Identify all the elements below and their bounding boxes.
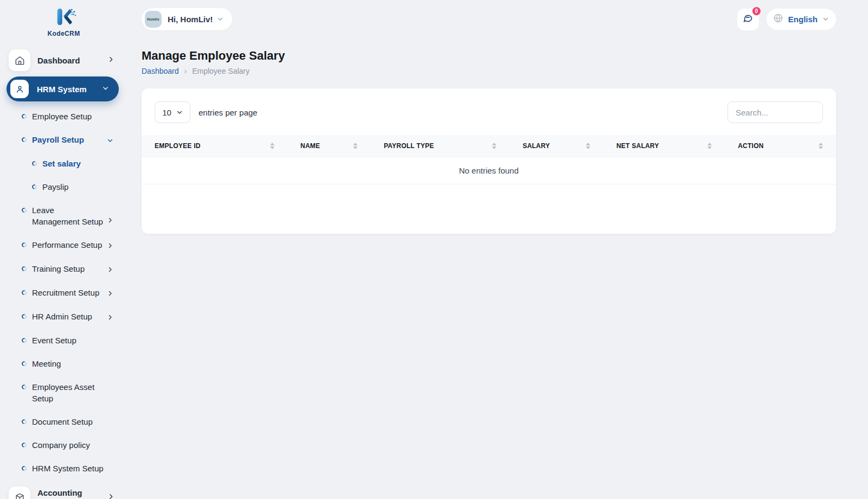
sidebar-item-document-setup[interactable]: Document Setup bbox=[0, 410, 127, 433]
sidebar-item-payroll-setup[interactable]: Payroll Setup bbox=[0, 128, 127, 152]
dot-circle-icon bbox=[21, 136, 27, 143]
breadcrumb: Dashboard › Employee Salary bbox=[142, 67, 836, 75]
avatar: Homliv bbox=[145, 11, 162, 28]
dot-circle-icon bbox=[21, 113, 27, 119]
sidebar-item-event-setup[interactable]: Event Setup bbox=[0, 329, 127, 352]
dot-circle-icon bbox=[21, 418, 27, 425]
sidebar-item-accounting-system[interactable]: Accounting System bbox=[9, 487, 119, 499]
sidebar-item-hrm-system-setup[interactable]: HRM System Setup bbox=[0, 457, 127, 480]
dot-circle-icon bbox=[21, 383, 27, 390]
sidebar-item-label: Leave Management Setup bbox=[32, 204, 104, 227]
breadcrumb-separator: › bbox=[184, 67, 187, 75]
sort-icon[interactable] bbox=[270, 143, 275, 149]
sidebar-item-label: Document Setup bbox=[32, 416, 113, 427]
sidebar-item-label: Payslip bbox=[42, 181, 113, 193]
sidebar-item-employees-asset-setup[interactable]: Employees Asset Setup bbox=[0, 375, 127, 410]
notifications-button[interactable]: 0 bbox=[737, 9, 759, 30]
column-header-payroll-type[interactable]: PAYROLL TYPE bbox=[371, 135, 509, 157]
chevron-down-icon bbox=[176, 108, 183, 117]
notification-count-badge: 0 bbox=[751, 6, 762, 16]
table-header-row: EMPLOYEE ID NAME PAYROLL TYPE bbox=[142, 135, 836, 157]
hrm-submenu: Employee Setup Payroll Setup Set salary … bbox=[0, 105, 127, 480]
kodecrm-logo-icon bbox=[52, 7, 76, 29]
sidebar-item-label: Accounting System bbox=[37, 488, 107, 499]
brand-logo[interactable]: KodeCRM bbox=[0, 4, 127, 37]
sidebar-item-label: Company policy bbox=[32, 439, 113, 451]
sidebar-item-label: HR Admin Setup bbox=[32, 311, 104, 322]
sort-icon[interactable] bbox=[586, 143, 590, 149]
language-label: English bbox=[788, 15, 818, 24]
empty-message: No entries found bbox=[142, 157, 836, 184]
sidebar-item-label: HRM System Setup bbox=[32, 463, 113, 474]
sidebar-item-training-setup[interactable]: Training Setup bbox=[0, 257, 127, 281]
chevron-right-icon bbox=[107, 289, 113, 299]
dot-circle-icon bbox=[21, 313, 27, 319]
column-header-name[interactable]: NAME bbox=[288, 135, 371, 157]
breadcrumb-dashboard-link[interactable]: Dashboard bbox=[142, 67, 179, 75]
entries-per-page-select[interactable]: 10 bbox=[155, 101, 190, 123]
sidebar-item-label: Set salary bbox=[42, 158, 113, 169]
dot-circle-icon bbox=[21, 265, 27, 272]
sidebar-item-label: Recruitment Setup bbox=[32, 287, 104, 298]
sidebar-item-leave-management-setup[interactable]: Leave Management Setup bbox=[0, 199, 127, 233]
column-label: EMPLOYEE ID bbox=[155, 142, 201, 150]
entries-value: 10 bbox=[162, 108, 171, 117]
sidebar-item-label: Meeting bbox=[32, 358, 113, 369]
sidebar-item-hr-admin-setup[interactable]: HR Admin Setup bbox=[0, 305, 127, 329]
sidebar-item-label: Event Setup bbox=[32, 335, 113, 346]
sidebar-item-hrm-system[interactable]: HRM System bbox=[7, 76, 119, 101]
sort-icon[interactable] bbox=[707, 143, 712, 149]
chevron-right-icon bbox=[107, 313, 113, 323]
chevron-right-icon bbox=[107, 55, 114, 65]
sidebar-item-recruitment-setup[interactable]: Recruitment Setup bbox=[0, 281, 127, 305]
chevron-right-icon bbox=[107, 265, 113, 275]
sidebar-item-label: Employee Setup bbox=[32, 111, 113, 122]
column-header-net-salary[interactable]: NET SALARY bbox=[603, 135, 725, 157]
sidebar-item-label: Payroll Setup bbox=[32, 134, 104, 145]
sidebar-item-employee-setup[interactable]: Employee Setup bbox=[0, 105, 127, 128]
column-label: ACTION bbox=[738, 142, 763, 150]
column-header-salary[interactable]: SALARY bbox=[509, 135, 603, 157]
chevron-right-icon bbox=[107, 216, 113, 226]
topbar: Homliv Hi, HomLiv! 0 bbox=[142, 0, 836, 33]
page-title: Manage Employee Salary bbox=[142, 49, 836, 63]
dot-circle-icon bbox=[21, 241, 27, 248]
dot-circle-icon bbox=[31, 183, 37, 190]
user-menu-button[interactable]: Homliv Hi, HomLiv! bbox=[142, 8, 232, 30]
brand-name: KodeCRM bbox=[47, 30, 80, 37]
sidebar-item-performance-setup[interactable]: Performance Setup bbox=[0, 233, 127, 257]
sort-icon[interactable] bbox=[492, 143, 496, 149]
column-header-action[interactable]: ACTION bbox=[725, 135, 836, 157]
sort-icon[interactable] bbox=[819, 143, 823, 149]
page-header: Manage Employee Salary Dashboard › Emplo… bbox=[142, 49, 836, 75]
chevron-down-icon bbox=[107, 136, 113, 146]
dot-circle-icon bbox=[21, 360, 27, 367]
dot-circle-icon bbox=[31, 160, 37, 167]
search-input[interactable] bbox=[727, 101, 823, 123]
topbar-actions: 0 English bbox=[737, 9, 836, 30]
sidebar-item-payslip[interactable]: Payslip bbox=[0, 175, 127, 199]
main-content: Homliv Hi, HomLiv! 0 bbox=[127, 0, 868, 499]
table-empty-row: No entries found bbox=[142, 157, 836, 184]
language-selector[interactable]: English bbox=[767, 9, 836, 30]
sort-icon[interactable] bbox=[353, 143, 358, 149]
sidebar-item-meeting[interactable]: Meeting bbox=[0, 352, 127, 375]
column-label: PAYROLL TYPE bbox=[384, 142, 434, 150]
sidebar-item-set-salary[interactable]: Set salary bbox=[0, 152, 127, 175]
salary-table-card: 10 entries per page EMPLOYEE ID bbox=[142, 88, 836, 234]
sidebar-item-label: Performance Setup bbox=[32, 239, 104, 251]
table-controls: 10 entries per page bbox=[142, 88, 836, 123]
breadcrumb-current: Employee Salary bbox=[192, 67, 250, 75]
column-header-employee-id[interactable]: EMPLOYEE ID bbox=[142, 135, 288, 157]
sidebar-item-dashboard[interactable]: Dashboard bbox=[9, 49, 119, 71]
sidebar-item-company-policy[interactable]: Company policy bbox=[0, 433, 127, 457]
chevron-down-icon bbox=[822, 15, 829, 24]
sidebar-item-label: HRM System bbox=[37, 85, 102, 94]
user-icon bbox=[10, 80, 29, 98]
home-icon bbox=[9, 49, 30, 71]
salary-table: EMPLOYEE ID NAME PAYROLL TYPE bbox=[142, 135, 836, 184]
dot-circle-icon bbox=[21, 465, 27, 471]
column-label: NAME bbox=[301, 142, 320, 150]
globe-icon bbox=[773, 13, 783, 25]
column-label: NET SALARY bbox=[616, 142, 659, 150]
